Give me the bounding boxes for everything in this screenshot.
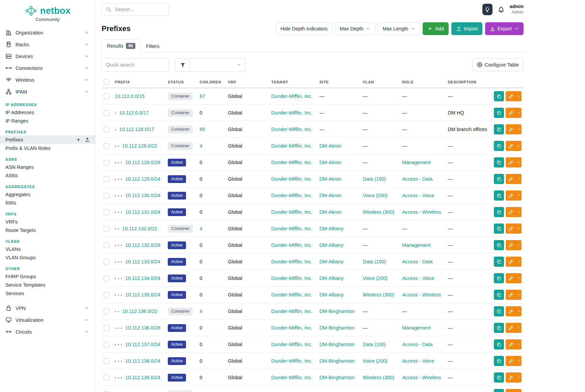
edit-button[interactable]: [506, 108, 516, 118]
sidebar-item-prefix-vlan-roles[interactable]: Prefix & VLAN Roles: [0, 144, 95, 152]
edit-button[interactable]: [506, 141, 516, 151]
select-all-checkbox[interactable]: [104, 79, 109, 85]
tenant-link[interactable]: Dunder-Mifflin, Inc.: [271, 143, 312, 149]
row-checkbox[interactable]: [104, 127, 109, 132]
clone-button[interactable]: [494, 124, 504, 134]
row-checkbox[interactable]: [104, 276, 109, 281]
site-link[interactable]: DM-Albany: [319, 242, 344, 248]
tenant-link[interactable]: Dunder-Mifflin, Inc.: [271, 375, 312, 380]
clone-button[interactable]: [494, 91, 504, 101]
prefix-link[interactable]: 10.112.134.0/24: [125, 276, 160, 281]
saved-filter-select[interactable]: [190, 58, 245, 72]
sidebar-item-circuits[interactable]: Circuits: [0, 326, 95, 338]
edit-button[interactable]: [506, 157, 516, 167]
row-checkbox[interactable]: [104, 209, 109, 215]
clone-button[interactable]: [494, 306, 504, 316]
site-link[interactable]: DM-Binghamton: [319, 358, 355, 364]
vlan-link[interactable]: Wireless (300): [363, 209, 394, 215]
edit-button[interactable]: [506, 372, 516, 383]
clone-button[interactable]: [494, 356, 504, 366]
tenant-link[interactable]: Dunder-Mifflin, Inc.: [271, 325, 312, 331]
vlan-link[interactable]: Voice (200): [363, 193, 388, 198]
row-checkbox[interactable]: [104, 375, 109, 381]
site-link[interactable]: DM-Akron: [319, 160, 341, 165]
edit-dropdown-button[interactable]: [516, 257, 522, 267]
clone-button[interactable]: [494, 290, 504, 300]
role-link[interactable]: Access - Data: [402, 342, 432, 347]
clone-button[interactable]: [494, 174, 504, 184]
edit-dropdown-button[interactable]: [516, 290, 522, 300]
edit-button[interactable]: [506, 224, 516, 234]
tenant-link[interactable]: Dunder-Mifflin, Inc.: [271, 176, 312, 182]
clone-button[interactable]: [494, 190, 504, 201]
prefix-link[interactable]: 10.112.128.0/22: [122, 143, 157, 149]
prefix-link[interactable]: 10.112.0.0/17: [119, 110, 149, 115]
vlan-link[interactable]: Data (100): [363, 342, 386, 347]
role-link[interactable]: Access - Wireless: [402, 375, 441, 380]
sidebar-item-asns[interactable]: ASNs: [0, 171, 95, 180]
notifications-bell-icon[interactable]: [498, 6, 505, 13]
clone-button[interactable]: [494, 323, 504, 333]
role-link[interactable]: Access - Data: [402, 259, 432, 264]
quick-import-icon[interactable]: [85, 137, 90, 142]
sidebar-item-rirs[interactable]: RIRs: [0, 199, 95, 207]
sidebar-item-aggregates[interactable]: Aggregates: [0, 190, 95, 199]
edit-button[interactable]: [506, 389, 516, 392]
clone-button[interactable]: [494, 207, 504, 217]
sidebar-item-asn-ranges[interactable]: ASN Ranges: [0, 163, 95, 171]
row-checkbox[interactable]: [104, 193, 109, 199]
children-link[interactable]: 65: [200, 127, 205, 132]
edit-button[interactable]: [506, 257, 516, 267]
site-link[interactable]: DM-Akron: [319, 176, 341, 182]
sidebar-item-vlans[interactable]: VLANs: [0, 245, 95, 253]
children-link[interactable]: 4: [200, 143, 202, 149]
import-button[interactable]: Import: [451, 22, 482, 35]
prefix-link[interactable]: 10.112.132.0/22: [122, 226, 157, 231]
edit-button[interactable]: [506, 124, 516, 134]
sidebar-item-virtualization[interactable]: Virtualization: [0, 314, 95, 326]
sidebar-item-wireless[interactable]: Wireless: [0, 74, 95, 86]
vlan-link[interactable]: Wireless (300): [363, 292, 394, 297]
role-link[interactable]: Access - Wireless: [402, 209, 441, 215]
edit-dropdown-button[interactable]: [516, 389, 522, 392]
theme-toggle-button[interactable]: [482, 4, 493, 15]
site-link[interactable]: DM-Albany: [319, 226, 344, 231]
tab-results[interactable]: Results 90: [102, 40, 141, 52]
edit-dropdown-button[interactable]: [516, 190, 522, 201]
edit-button[interactable]: [506, 273, 516, 283]
role-link[interactable]: Access - Wireless: [402, 292, 441, 297]
clone-button[interactable]: [494, 157, 504, 167]
role-link[interactable]: Access - Voice: [402, 358, 434, 364]
edit-button[interactable]: [506, 356, 516, 366]
tenant-link[interactable]: Dunder-Mifflin, Inc.: [271, 160, 312, 165]
prefix-link[interactable]: 10.112.133.0/24: [125, 259, 160, 264]
sidebar-item-route-targets[interactable]: Route Targets: [0, 226, 95, 234]
sidebar-item-vlan-groups[interactable]: VLAN Groups: [0, 253, 95, 262]
edit-button[interactable]: [506, 306, 516, 316]
row-checkbox[interactable]: [104, 160, 109, 165]
sidebar-item-fhrp-groups[interactable]: FHRP Groups: [0, 272, 95, 281]
vlan-link[interactable]: Data (100): [363, 259, 386, 264]
site-link[interactable]: DM-Binghamton: [319, 342, 355, 347]
tenant-link[interactable]: Dunder-Mifflin, Inc.: [271, 242, 312, 248]
site-link[interactable]: DM-Binghamton: [319, 325, 355, 331]
prefix-link[interactable]: 10.112.130.0/24: [125, 193, 160, 198]
row-checkbox[interactable]: [104, 94, 109, 99]
clone-button[interactable]: [494, 108, 504, 118]
tenant-link[interactable]: Dunder-Mifflin, Inc.: [271, 110, 312, 115]
vlan-link[interactable]: Voice (200): [363, 358, 388, 364]
tenant-link[interactable]: Dunder-Mifflin, Inc.: [271, 94, 312, 99]
children-link[interactable]: 67: [200, 94, 205, 99]
edit-dropdown-button[interactable]: [516, 207, 522, 217]
user-menu[interactable]: admin Admin: [510, 4, 524, 15]
clone-button[interactable]: [494, 240, 504, 250]
prefix-link[interactable]: 10.112.138.0/24: [125, 358, 160, 364]
clone-button[interactable]: [494, 389, 504, 392]
prefix-link[interactable]: 10.112.135.0/24: [125, 292, 160, 297]
row-checkbox[interactable]: [104, 358, 109, 364]
role-link[interactable]: Management: [402, 325, 431, 331]
row-checkbox[interactable]: [104, 143, 109, 149]
site-link[interactable]: DM-Akron: [319, 193, 341, 198]
clone-button[interactable]: [494, 339, 504, 349]
tenant-link[interactable]: Dunder-Mifflin, Inc.: [271, 358, 312, 364]
